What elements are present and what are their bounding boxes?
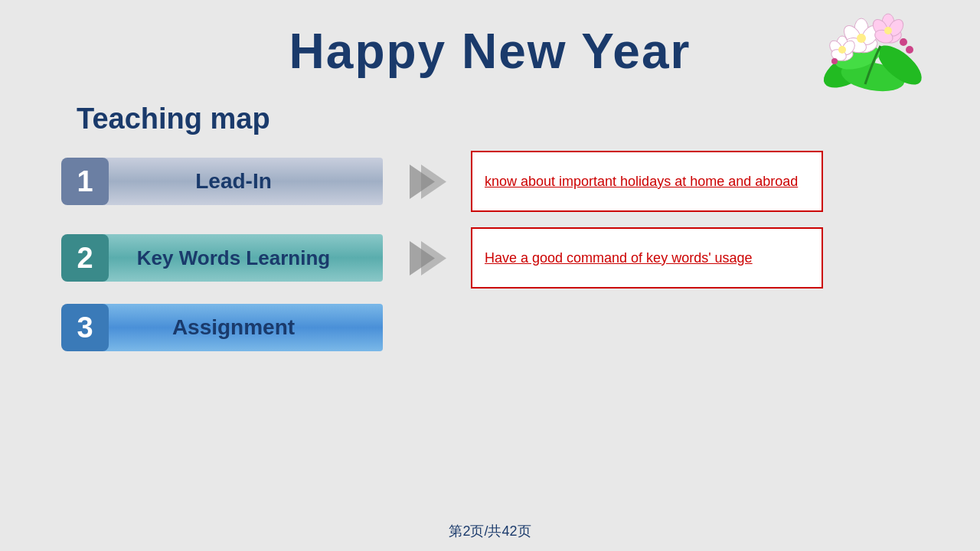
- svg-point-22: [900, 38, 907, 46]
- svg-point-15: [884, 27, 892, 34]
- flower-decoration: [812, 8, 934, 107]
- items-container: 1 Lead-In know about important holidays …: [0, 151, 980, 351]
- svg-marker-26: [421, 165, 446, 199]
- info-text-1: know about important holidays at home an…: [485, 171, 798, 192]
- item-3-button: 3 Assignment: [61, 304, 383, 351]
- page-number: 第2页/共42页: [449, 522, 531, 540]
- svg-point-9: [857, 34, 866, 43]
- chevron-1: [406, 161, 448, 203]
- info-box-2: Have a good command of key words' usage: [471, 227, 823, 289]
- label-3: Assignment: [61, 315, 383, 340]
- svg-point-23: [906, 46, 913, 54]
- svg-point-21: [838, 46, 846, 54]
- chevron-2: [406, 237, 448, 279]
- item-2-button: 2 Key Words Learning: [61, 234, 383, 282]
- header: Happy New Year: [0, 0, 980, 80]
- info-box-1: know about important holidays at home an…: [471, 151, 823, 212]
- item-row-1: 1 Lead-In know about important holidays …: [61, 151, 919, 212]
- info-text-2: Have a good command of key words' usage: [485, 248, 753, 269]
- label-1: Lead-In: [61, 169, 383, 194]
- svg-marker-28: [421, 241, 446, 276]
- item-1-button: 1 Lead-In: [61, 158, 383, 205]
- label-2: Key Words Learning: [61, 246, 383, 270]
- item-row-2: 2 Key Words Learning Have a good command…: [61, 227, 919, 289]
- section-label: Teaching map: [77, 103, 980, 135]
- svg-point-24: [831, 58, 838, 64]
- item-row-3: 3 Assignment: [61, 304, 919, 351]
